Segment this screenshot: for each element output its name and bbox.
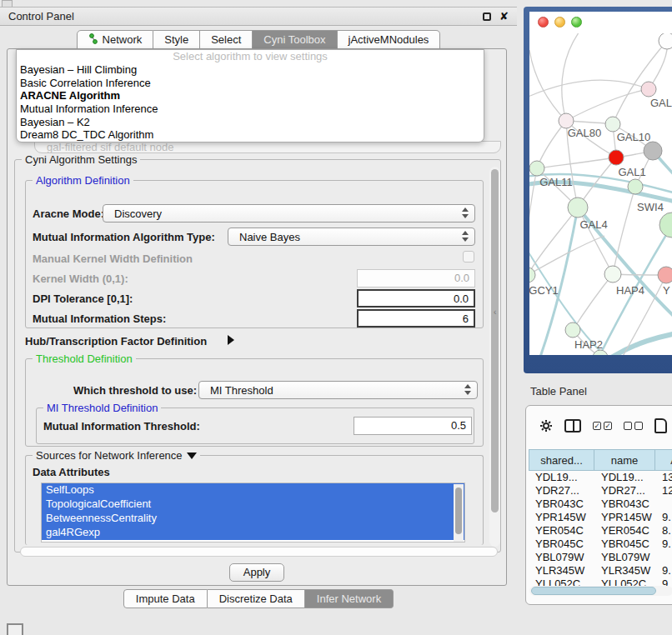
kernel-width-field[interactable]: 0.0 xyxy=(357,269,475,288)
tab-infer-network[interactable]: Infer Network xyxy=(305,589,394,608)
control-panel-title: Control Panel xyxy=(8,10,74,22)
tab-cyni-toolbox[interactable]: Cyni Toolbox xyxy=(253,30,337,49)
algorithm-item-aracne-algorithm[interactable]: ARACNE Algorithm xyxy=(17,89,484,102)
expand-arrow-icon[interactable] xyxy=(228,335,234,345)
table-row[interactable]: YDR27...YDR27...12 xyxy=(529,484,672,498)
mi-threshold-label: Mutual Information Threshold: xyxy=(43,420,200,432)
network-node[interactable] xyxy=(644,142,662,160)
which-threshold-combo[interactable]: MI Threshold xyxy=(198,381,478,399)
tab-network[interactable]: Network xyxy=(77,30,154,49)
algorithm-item-bayesian-k2[interactable]: Bayesian – K2 xyxy=(17,116,484,129)
table-cell: YBL079W xyxy=(594,551,655,564)
close-icon[interactable]: ✘ xyxy=(499,12,509,21)
attribute-item-gal4rgexp[interactable]: gal4RGexp xyxy=(42,526,464,540)
network-node[interactable] xyxy=(659,33,672,49)
table-cell: YLR345W xyxy=(594,564,655,578)
attribute-item-topologicalcoefficient[interactable]: TopologicalCoefficient xyxy=(42,498,464,512)
data-attributes-list[interactable]: SelfLoopsTopologicalCoefficientBetweenne… xyxy=(41,482,465,542)
network-node-gal[interactable] xyxy=(641,82,656,97)
settings-scrollbar-thumb[interactable] xyxy=(491,169,499,512)
hub-definition-label[interactable]: Hub/Transcription Factor Definition xyxy=(25,335,207,348)
tab-impute-data[interactable]: Impute Data xyxy=(123,589,208,608)
network-node-gal10[interactable] xyxy=(605,117,620,132)
dpi-tolerance-field[interactable]: 0.0 xyxy=(357,289,475,308)
network-node-gal11[interactable] xyxy=(529,161,544,176)
algorithm-item-bayesian-hill-climbing[interactable]: Bayesian – Hill Climbing xyxy=(17,63,484,77)
select-all-checks-icon[interactable]: ✓✓ xyxy=(593,422,612,430)
table-toolbar: ✓✓ xyxy=(526,406,672,446)
manual-kernel-label: Manual Kernel Width Definition xyxy=(33,252,193,265)
close-traffic-light[interactable] xyxy=(538,17,549,28)
settings-horizontal-scrollbar[interactable] xyxy=(20,547,498,557)
table-row[interactable]: YPR145WYPR145W9. xyxy=(529,511,672,524)
tab-jactivemnodules[interactable]: jActiveMNodules xyxy=(338,30,441,49)
attribute-item-selfloops[interactable]: SelfLoops xyxy=(42,483,464,498)
network-canvas-area[interactable]: GALGAL80GAL10GAL1GAL11SWI4GAL4GCY1HAP4YH… xyxy=(529,12,672,355)
table-row[interactable]: YBL079WYBL079W xyxy=(529,551,672,564)
float-panel-icon[interactable] xyxy=(483,12,491,21)
node-label-hap4: HAP4 xyxy=(616,284,644,297)
network-graph[interactable]: GALGAL80GAL10GAL1GAL11SWI4GAL4GCY1HAP4YH… xyxy=(529,33,672,355)
manual-kernel-checkbox[interactable] xyxy=(463,251,474,262)
network-node-y[interactable] xyxy=(658,267,672,283)
table-horizontal-scrollbar[interactable] xyxy=(529,586,672,596)
tab-style[interactable]: Style xyxy=(153,30,200,49)
algorithm-item-mutual-information-inference[interactable]: Mutual Information Inference xyxy=(17,102,484,116)
data-attributes-label: Data Attributes xyxy=(33,466,110,478)
sources-group-title[interactable]: Sources for Network Inference xyxy=(33,449,200,462)
table-row[interactable]: YER054CYER054C8. xyxy=(529,524,672,538)
table-cell: YBR045C xyxy=(529,538,594,551)
network-node-hap4[interactable] xyxy=(604,266,621,282)
column-browser-icon[interactable] xyxy=(564,419,581,432)
control-panel-titlebar: Control Panel ✘ xyxy=(0,7,517,26)
network-node-swi4[interactable] xyxy=(628,179,643,194)
splitter-handle[interactable]: ‹ xyxy=(494,308,496,317)
gear-icon[interactable] xyxy=(539,419,553,432)
minimized-panel-icon[interactable] xyxy=(7,623,23,635)
column-header-name[interactable]: name xyxy=(594,449,655,471)
network-node-hap2[interactable] xyxy=(565,322,580,338)
settings-vertical-scrollbar[interactable] xyxy=(489,167,500,547)
algorithm-item-dream8-dc-tdc-algorithm[interactable]: Dream8 DC_TDC Algorithm xyxy=(17,128,484,142)
which-threshold-label: Which threshold to use: xyxy=(73,384,197,397)
network-node-gal4[interactable] xyxy=(568,198,588,218)
table-cell: YER054C xyxy=(529,524,594,538)
aracne-mode-combo[interactable]: Discovery xyxy=(103,204,475,222)
column-header-a[interactable]: A xyxy=(655,449,672,471)
collapse-arrow-icon[interactable] xyxy=(187,452,197,459)
network-node-gcy1[interactable] xyxy=(529,268,535,282)
mi-steps-label: Mutual Information Steps: xyxy=(33,312,166,325)
mi-type-combo[interactable]: Naive Bayes xyxy=(228,228,475,246)
table-row[interactable]: YBR043CYBR043C xyxy=(529,498,672,511)
combo-arrows-icon xyxy=(462,231,469,242)
table-cell: YER054C xyxy=(594,524,655,538)
tab-select[interactable]: Select xyxy=(200,30,253,49)
bottom-tabbar: Impute DataDiscretize DataInfer Network xyxy=(0,589,517,609)
network-selector-combo[interactable]: gal-filtered sif default node xyxy=(34,141,501,153)
tab-label: Network xyxy=(103,33,143,46)
zoom-traffic-light[interactable] xyxy=(571,17,582,28)
table-cell: YDL19... xyxy=(529,471,594,484)
tab-discretize-data[interactable]: Discretize Data xyxy=(208,589,305,608)
minimize-traffic-light[interactable] xyxy=(554,17,565,28)
apply-button[interactable]: Apply xyxy=(229,563,284,582)
table-row[interactable]: YBR045CYBR045C9. xyxy=(529,538,672,551)
node-label-gal80: GAL80 xyxy=(568,127,601,139)
mi-steps-field[interactable]: 6 xyxy=(357,309,475,328)
new-table-icon[interactable] xyxy=(654,418,667,433)
deselect-all-checks-icon[interactable] xyxy=(624,422,643,430)
attributes-scrollbar[interactable] xyxy=(454,484,464,542)
table-cell: 13 xyxy=(655,471,672,484)
algorithm-item-basic-correlation-inference[interactable]: Basic Correlation Inference xyxy=(17,77,484,90)
network-node[interactable] xyxy=(659,212,672,238)
table-scrollbar-thumb[interactable] xyxy=(531,587,656,595)
column-header-shared[interactable]: shared... xyxy=(529,449,594,471)
node-label-gal10: GAL10 xyxy=(617,131,650,143)
network-node-gal1[interactable] xyxy=(609,150,624,165)
attribute-item-betweennesscentrality[interactable]: BetweennessCentrality xyxy=(42,512,464,526)
table-row[interactable]: YDL19...YDL19...13 xyxy=(529,471,672,484)
node-label-gal11: GAL11 xyxy=(539,176,573,188)
mi-threshold-field[interactable]: 0.5 xyxy=(354,417,472,435)
table-row[interactable]: YLR345WYLR345W9. xyxy=(529,564,672,578)
table-cell xyxy=(655,551,672,564)
